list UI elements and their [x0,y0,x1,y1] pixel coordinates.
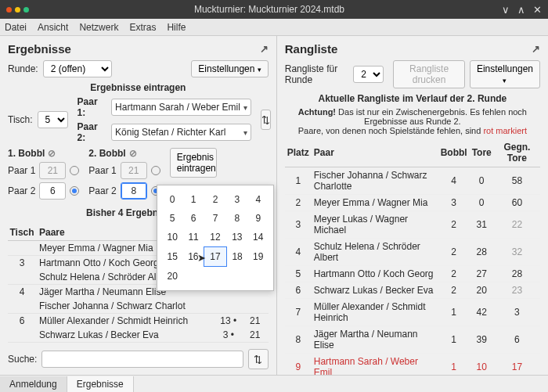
window-dot [23,7,29,13]
picker-cell[interactable] [204,267,226,286]
ergebnis-eintragen-button[interactable]: Ergebnis eintragen [170,148,217,178]
titlebar: Muckturnier: Muckturnier 2024.mtdb ∨ ∧ ✕ [0,0,548,19]
suche-label: Suche: [8,354,37,365]
b2p1-label: Paar 1 [88,165,116,176]
rangliste-title: Rangliste [285,42,338,56]
rangliste-runde-label: Rangliste für Runde [285,63,348,85]
picker-cell[interactable]: 16 [182,247,204,267]
einstellungen-button[interactable]: Einstellungen ▾ [191,60,268,77]
rangliste-einst-button[interactable]: Einstellungen ▾ [470,60,540,88]
rank-table: Platz Paar Bobbl Tore Gegn. Tore 1Fische… [285,138,540,375]
picker-cell[interactable] [226,267,247,286]
undock-icon[interactable]: ↗ [532,43,540,55]
picker-cell[interactable]: 6 [182,209,204,228]
picker-cell[interactable]: 4 [248,190,269,209]
swap-icon[interactable]: ⇅ [261,110,271,130]
footer-tabs: Anmeldung Ergebnisse [0,375,548,392]
rank-row[interactable]: 8Jäger Martha / Neumann Elise1396 [285,326,540,354]
undock-icon[interactable]: ↗ [260,43,269,55]
bobbl1-label: 1. Bobbl [8,148,45,159]
b1p1-radio[interactable] [70,166,79,175]
picker-cell[interactable]: 18 [226,247,247,267]
picker-cell[interactable]: 13 [226,228,247,247]
picker-cell[interactable]: 10 [162,228,182,247]
block-icon[interactable]: ⊘ [48,148,56,159]
b1p2-radio[interactable] [70,186,79,196]
col-gegn[interactable]: Gegn. Tore [494,138,540,167]
paar1-combo[interactable]: Hartmann Sarah / Weber Emil▾ [111,99,251,116]
col-bobbl[interactable]: Bobbl [438,138,470,167]
eintragen-header: Ergebnisse eintragen [8,82,269,93]
b1p1-label: Paar 1 [8,165,35,176]
b2p2-spin[interactable]: 8 [121,182,147,200]
minimize-icon[interactable]: ∨ [502,4,510,16]
picker-cell[interactable]: 1 [182,190,204,209]
table-row[interactable]: Fischer Johanna / Schwarz Charlot [8,299,269,313]
close-icon[interactable]: ✕ [533,4,542,16]
picker-cell[interactable] [182,267,204,286]
picker-cell[interactable]: 5 [162,209,182,228]
picker-cell[interactable]: 14 [248,228,269,247]
picker-cell[interactable] [248,267,269,286]
table-row[interactable]: 6Müller Alexander / Schmidt Heinrich13 •… [8,314,269,328]
ergebnisse-title: Ergebnisse [8,42,71,56]
picker-cell[interactable]: 20 [162,267,182,286]
tisch-label: Tisch: [8,114,33,125]
search-options-icon[interactable]: ⇅ [248,349,269,369]
picker-cell[interactable]: 11 [182,228,204,247]
tab-anmeldung[interactable]: Anmeldung [0,376,67,392]
tab-ergebnisse[interactable]: Ergebnisse [67,376,134,392]
bobbl2-label: 2. Bobbl [88,148,125,159]
b2p2-label: Paar 2 [88,185,116,196]
b2p1-radio[interactable] [151,166,160,175]
runde-label: Runde: [8,63,38,74]
suche-input[interactable] [41,351,243,368]
menu-datei[interactable]: Datei [5,22,27,33]
paar2-combo[interactable]: König Stefan / Richter Karl▾ [111,124,251,141]
col-tore[interactable]: Tore [470,138,494,167]
menu-hilfe[interactable]: Hilfe [167,22,186,33]
picker-cell[interactable]: 17 [204,247,226,267]
rangliste-drucken-button[interactable]: Rangliste drucken [393,60,465,88]
picker-cell[interactable]: 9 [248,209,269,228]
col-tisch[interactable]: Tisch [8,227,36,238]
picker-cell[interactable]: 7 [204,209,226,228]
menu-netzwerk[interactable]: Netzwerk [79,22,118,33]
rank-row[interactable]: 6Schwarz Lukas / Becker Eva22023 [285,282,540,299]
b2p1-spin[interactable]: 21 [121,162,147,179]
window-dot [15,7,20,13]
table-row[interactable]: Schwarz Lukas / Becker Eva3 •21 [8,328,269,342]
picker-cell[interactable]: 15 [162,247,182,267]
col-paar[interactable]: Paar [312,138,438,167]
number-picker-popup: 01234567891011121314151617181920 [157,185,274,291]
picker-cell[interactable]: 0 [162,190,182,209]
menu-extras[interactable]: Extras [129,22,156,33]
paar2-label: Paar 2: [78,121,106,143]
b1p2-spin[interactable]: 6 [39,182,66,200]
runde-select[interactable]: 2 (offen) [43,60,112,77]
warning-text: Achtung! Das ist nur ein Zwischenergebni… [285,107,540,135]
menu-ansicht[interactable]: Ansicht [38,22,68,33]
rank-row[interactable]: 5Hartmann Otto / Koch Georg22728 [285,266,540,282]
rank-row[interactable]: 2Meyer Emma / Wagner Mia3060 [285,195,540,211]
picker-cell[interactable]: 8 [226,209,247,228]
window-title: Muckturnier: Muckturnier 2024.mtdb [37,4,502,15]
rangliste-header: Aktuelle Rangliste im Verlauf der 2. Run… [285,93,540,104]
rank-row[interactable]: 9Hartmann Sarah / Weber Emil11017 [285,354,540,376]
menubar: Datei Ansicht Netzwerk Extras Hilfe [0,19,548,36]
rank-row[interactable]: 3Meyer Lukas / Wagner Michael23122 [285,211,540,239]
picker-cell[interactable]: 12 [204,228,226,247]
block-icon[interactable]: ⊘ [129,148,137,159]
window-dot [6,7,12,13]
tisch-select[interactable]: 5 [38,111,68,128]
col-platz[interactable]: Platz [285,138,312,167]
rank-row[interactable]: 1Fischer Johanna / Schwarz Charlotte4058 [285,167,540,195]
rank-row[interactable]: 4Schulz Helena / Schröder Albert22832 [285,239,540,266]
picker-cell[interactable]: 2 [204,190,226,209]
b1p1-spin[interactable]: 21 [39,162,66,179]
rank-row[interactable]: 7Müller Alexander / Schmidt Heinrich1423 [285,299,540,326]
picker-cell[interactable]: 3 [226,190,247,209]
maximize-icon[interactable]: ∧ [517,4,525,16]
picker-cell[interactable]: 19 [248,247,269,267]
rangliste-runde-select[interactable]: 2 [353,66,384,83]
